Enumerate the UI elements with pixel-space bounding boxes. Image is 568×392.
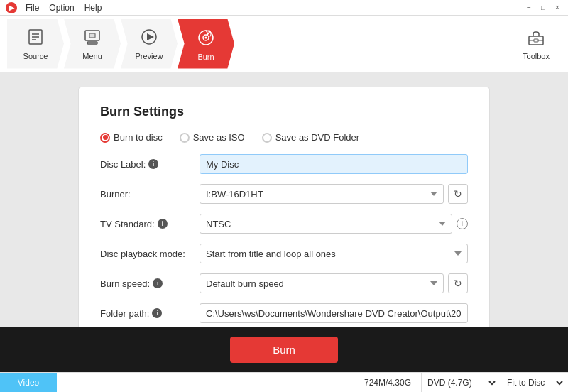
folder-path-control	[200, 303, 468, 323]
svg-rect-6	[89, 33, 95, 38]
svg-point-11	[205, 36, 207, 38]
disc-playback-label: Disc playback mode:	[100, 249, 200, 259]
field-disc-playback-mode: Disc playback mode: Start from title and…	[100, 244, 468, 263]
burn-footer: Burn	[0, 327, 568, 372]
tv-standard-select[interactable]: NTSC PAL	[200, 214, 452, 234]
radio-dvd-folder-circle	[262, 133, 272, 143]
status-video-label: Video	[0, 373, 57, 392]
window-controls: − □ ×	[524, 3, 562, 13]
title-bar-left: ▶ File Option Help	[6, 2, 102, 13]
radio-iso-circle	[180, 133, 190, 143]
toolbox-icon	[526, 28, 546, 52]
preview-icon	[140, 28, 158, 50]
burn-speed-label: Burn speed: i	[100, 278, 200, 289]
toolbar-items: Source Menu Preview	[7, 19, 259, 69]
radio-dvd-folder-label: Save as DVD Folder	[275, 132, 360, 143]
status-dvd-select[interactable]: DVD (4.7G) DVD-DL (8.5G)	[425, 377, 498, 388]
toolbar-burn[interactable]: Burn	[178, 19, 234, 69]
burn-icon	[196, 27, 216, 51]
burner-refresh-button[interactable]: ↻	[448, 184, 468, 204]
svg-rect-5	[87, 42, 97, 44]
menu-nav-icon	[83, 28, 102, 50]
burn-speed-info-icon[interactable]: i	[153, 278, 163, 288]
app-icon: ▶	[6, 2, 17, 13]
radio-group: Burn to disc Save as ISO Save as DVD Fol…	[100, 132, 468, 143]
toolbar-preview[interactable]: Preview	[121, 19, 178, 69]
source-label: Source	[23, 52, 48, 60]
disc-label-label: Disc Label: i	[100, 159, 200, 170]
toolbar: Source Menu Preview	[0, 16, 568, 72]
folder-path-input[interactable]	[200, 303, 468, 323]
preview-label: Preview	[135, 52, 163, 60]
burner-control: I:BW-16D1HT ↻	[200, 184, 468, 204]
radio-save-iso[interactable]: Save as ISO	[180, 132, 245, 143]
field-disc-label: Disc Label: i	[100, 154, 468, 174]
radio-iso-label: Save as ISO	[193, 132, 245, 143]
burn-label: Burn	[197, 53, 214, 61]
menu-help[interactable]: Help	[84, 3, 102, 13]
source-icon	[26, 28, 45, 50]
disc-label-control	[200, 154, 468, 174]
burn-settings-card: Burn Settings Burn to disc Save as ISO S…	[78, 87, 490, 327]
field-burn-speed: Burn speed: i Default burn speed ↻	[100, 273, 468, 293]
status-size: 724M/4.30G	[354, 378, 421, 388]
field-burner: Burner: I:BW-16D1HT ↻	[100, 184, 468, 204]
card-title: Burn Settings	[100, 104, 468, 119]
field-folder-path: Folder path: i	[100, 303, 468, 323]
title-bar: ▶ File Option Help − □ ×	[0, 0, 568, 16]
toolbar-source[interactable]: Source	[7, 19, 64, 69]
burner-label: Burner:	[100, 189, 200, 200]
burn-speed-refresh-button[interactable]: ↻	[448, 273, 468, 293]
toolbox-label: Toolbox	[523, 52, 550, 60]
disc-playback-select[interactable]: Start from title and loop all ones	[200, 244, 468, 263]
close-button[interactable]: ×	[552, 3, 562, 13]
disc-label-info-icon[interactable]: i	[148, 159, 158, 169]
radio-burn-to-disc[interactable]: Burn to disc	[100, 132, 163, 143]
main-content: Burn Settings Burn to disc Save as ISO S…	[0, 72, 568, 327]
tv-standard-control: NTSC PAL i	[200, 214, 468, 234]
toolbar-menu[interactable]: Menu	[64, 19, 121, 69]
toolbar-toolbox[interactable]: Toolbox	[511, 28, 561, 60]
disc-playback-control: Start from title and loop all ones	[200, 244, 468, 263]
field-tv-standard: TV Standard: i NTSC PAL i	[100, 214, 468, 234]
tv-standard-label: TV Standard: i	[100, 219, 200, 229]
burn-speed-select[interactable]: Default burn speed	[200, 273, 444, 293]
status-fit-select[interactable]: Fit to Disc High Quality Normal	[504, 377, 565, 388]
tv-standard-right-info-icon[interactable]: i	[457, 218, 468, 229]
status-fit-select-wrap: Fit to Disc High Quality Normal	[501, 373, 568, 392]
menu-nav-label: Menu	[82, 52, 102, 60]
minimize-button[interactable]: −	[524, 3, 534, 13]
status-bar: Video 724M/4.30G DVD (4.7G) DVD-DL (8.5G…	[0, 372, 568, 392]
menu-option[interactable]: Option	[49, 3, 74, 13]
status-dvd-select-wrap: DVD (4.7G) DVD-DL (8.5G)	[421, 373, 501, 392]
radio-burn-label: Burn to disc	[114, 132, 163, 143]
menu-file[interactable]: File	[26, 3, 39, 13]
radio-burn-circle	[100, 133, 110, 143]
burn-speed-control: Default burn speed ↻	[200, 273, 468, 293]
svg-marker-8	[147, 33, 154, 40]
burn-button[interactable]: Burn	[230, 337, 338, 363]
folder-path-label: Folder path: i	[100, 308, 200, 319]
disc-label-input[interactable]	[200, 154, 468, 174]
tv-standard-info-icon[interactable]: i	[158, 219, 168, 229]
maximize-button[interactable]: □	[538, 3, 548, 13]
menu-bar: File Option Help	[26, 3, 102, 13]
radio-save-dvd-folder[interactable]: Save as DVD Folder	[262, 132, 360, 143]
svg-rect-14	[534, 39, 538, 42]
folder-path-info-icon[interactable]: i	[152, 308, 162, 318]
burner-select[interactable]: I:BW-16D1HT	[200, 184, 444, 204]
